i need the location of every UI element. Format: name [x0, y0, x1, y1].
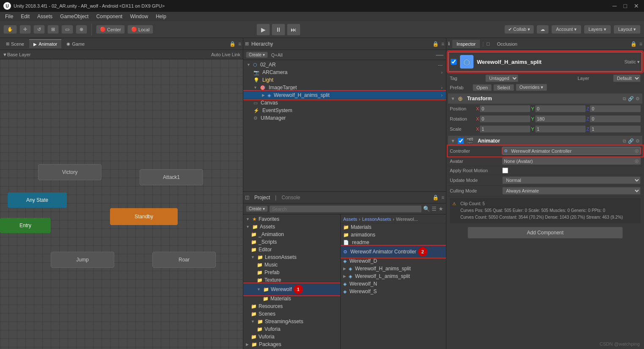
project-tab-active[interactable]: Project: [252, 195, 272, 201]
tab-scene[interactable]: ⊞ Scene: [2, 40, 28, 48]
proj-item-editor[interactable]: 📁 Editor: [243, 246, 340, 253]
scale-x-input[interactable]: [480, 126, 530, 132]
animator-link-icon[interactable]: 🔗: [628, 138, 634, 144]
asset-werewolf-h[interactable]: ▶ ◈ Werewolf_H_anims_split: [341, 265, 446, 272]
hier-item-imagetarget[interactable]: ▼ 🎯 ImageTarget ›: [243, 84, 446, 91]
proj-item-favorites[interactable]: ▼ ★ Favorites: [243, 215, 340, 223]
object-active-checkbox[interactable]: [451, 59, 457, 65]
transform-copy-icon[interactable]: ⧉: [623, 96, 626, 102]
menu-window[interactable]: Window: [127, 13, 151, 20]
project-lock-icon[interactable]: 🔒: [432, 195, 439, 201]
filter-icon[interactable]: ☰: [432, 206, 437, 212]
proj-item-packages[interactable]: ▶ 📁 Packages: [243, 341, 340, 348]
cloud-button[interactable]: ☁: [537, 25, 549, 34]
asset-readme[interactable]: 📄 readme: [341, 239, 446, 246]
window-controls[interactable]: ─ □ ✕: [611, 3, 641, 9]
proj-item-streamingassets[interactable]: ▼ 📁 StreamingAssets: [243, 318, 340, 325]
search-icon[interactable]: 🔍: [423, 206, 430, 212]
asset-werewolf-n[interactable]: ◈ Werewolf_N: [341, 280, 446, 288]
move-tool-button[interactable]: ✛: [19, 25, 31, 34]
menu-gameobject[interactable]: GameObject: [57, 13, 92, 20]
overrides-button[interactable]: Overrides ▾: [516, 84, 548, 91]
inspector-lock-icon[interactable]: 🔒: [630, 41, 637, 47]
proj-item-assets[interactable]: ▼ 📁 Assets: [243, 223, 340, 231]
rot-y-input[interactable]: [535, 115, 586, 122]
tab-animator[interactable]: ▶ Animator: [29, 39, 61, 48]
hierarchy-lock-icon[interactable]: 🔒: [432, 41, 439, 47]
open-prefab-button[interactable]: Open: [473, 84, 492, 91]
tag-dropdown[interactable]: Untagged: [485, 74, 518, 82]
asset-animations[interactable]: 📁 animations: [341, 231, 446, 239]
select-prefab-button[interactable]: Select: [493, 84, 514, 91]
jump-node[interactable]: Jump: [51, 252, 114, 268]
rect-tool-button[interactable]: ▭: [61, 25, 73, 34]
menu-edit[interactable]: Edit: [17, 13, 33, 20]
scale-z-input[interactable]: [590, 126, 641, 132]
standby-node[interactable]: Standby: [110, 208, 178, 225]
static-label[interactable]: Static ▾: [624, 59, 640, 65]
hierarchy-create-button[interactable]: Create ▾: [246, 52, 268, 58]
proj-item-animation[interactable]: 📁 _Animation: [243, 231, 340, 238]
proj-item-texture[interactable]: 📁 Texture: [243, 276, 340, 284]
proj-item-vuforia[interactable]: 📁 Vuforia: [243, 333, 340, 341]
transform-tool-button[interactable]: ⊕: [76, 25, 87, 34]
roar-node[interactable]: Roar: [152, 252, 216, 268]
hierarchy-menu-icon[interactable]: ≡: [441, 41, 444, 47]
hierarchy-lock-btn[interactable]: —: [436, 50, 443, 59]
menu-assets[interactable]: Assets: [34, 13, 56, 20]
layers-button[interactable]: Layers ▾: [584, 25, 611, 34]
root-motion-checkbox[interactable]: [502, 168, 508, 173]
center-button[interactable]: 🔴 Center: [96, 25, 125, 34]
scale-y-input[interactable]: [535, 126, 586, 132]
asset-animator-controller[interactable]: ⚙ Werewolf Animator Controller 2: [341, 246, 446, 257]
attack1-node[interactable]: Attack1: [140, 169, 203, 185]
hierarchy-search-label[interactable]: Q+All: [271, 52, 283, 58]
menu-help[interactable]: Help: [152, 13, 170, 20]
layer-dropdown[interactable]: Default: [613, 74, 641, 82]
hier-item-werewolf[interactable]: ▶ ◈ Werewolf_H_anims_split ›: [243, 91, 446, 99]
tab-game[interactable]: ◉ Game: [62, 40, 89, 48]
menu-file[interactable]: File: [2, 13, 17, 20]
pos-y-input[interactable]: [535, 105, 586, 112]
pos-x-input[interactable]: [480, 105, 530, 112]
tab-occlusion[interactable]: Occlusion: [493, 40, 521, 48]
local-button[interactable]: 🔴 Local: [127, 25, 153, 34]
asset-materials[interactable]: 📁 Materials: [341, 223, 446, 231]
asset-werewolf-s[interactable]: ◈ Werewolf_S: [341, 288, 446, 295]
rotate-tool-button[interactable]: ↺: [33, 25, 45, 34]
hier-item-arcamera[interactable]: 📷 ARCamera ›: [243, 69, 446, 76]
animator-gear-icon[interactable]: ⚙: [636, 138, 640, 144]
layout-button[interactable]: Layout ▾: [614, 25, 641, 34]
proj-item-prefab[interactable]: 📁 Prefab: [243, 269, 340, 276]
asset-werewolf-l[interactable]: ▶ ◈ Werewolf_L_anims_split: [341, 272, 446, 280]
tab-inspector[interactable]: Inspector: [452, 40, 480, 48]
any-state-node[interactable]: Any State: [8, 192, 67, 208]
console-tab[interactable]: Console: [279, 195, 303, 201]
proj-item-materials-w[interactable]: 📁 Materials: [243, 295, 340, 302]
proj-item-resources[interactable]: 📁 Resources: [243, 302, 340, 310]
animator-section-header[interactable]: ▼ 🎬 Animator ⧉ 🔗 ⚙: [448, 136, 642, 146]
hier-item-uimanager[interactable]: ⚙ UIManager: [243, 114, 446, 122]
pos-z-input[interactable]: [590, 105, 641, 112]
proj-item-lessonassets[interactable]: ▼ 📁 LessonAssets: [243, 253, 340, 261]
entry-node[interactable]: Entry: [0, 218, 51, 233]
proj-item-werewolf[interactable]: ▼ 📁 Werewolf 1: [243, 284, 340, 295]
hand-tool-button[interactable]: ✋: [3, 25, 17, 34]
victory-node[interactable]: Victory: [38, 164, 102, 180]
breadcrumb-assets[interactable]: Assets: [343, 217, 357, 222]
hier-item-light[interactable]: 💡 Light: [243, 76, 446, 84]
project-create-button[interactable]: Create ▾: [246, 206, 268, 212]
minimize-button[interactable]: ─: [611, 3, 619, 9]
transform-gear-icon[interactable]: ⚙: [636, 96, 640, 102]
inspector-menu-icon[interactable]: ≡: [639, 41, 642, 47]
collab-button[interactable]: ✔ Collab ▾: [504, 25, 534, 34]
play-button[interactable]: ▶: [256, 24, 270, 36]
scale-tool-button[interactable]: ⊞: [47, 25, 59, 34]
update-mode-dropdown[interactable]: Normal: [502, 176, 641, 184]
transform-link-icon[interactable]: 🔗: [628, 96, 634, 102]
step-button[interactable]: ⏭: [287, 24, 300, 36]
restore-button[interactable]: □: [622, 3, 629, 9]
breadcrumb-lessonassets[interactable]: LessonAssets: [362, 217, 391, 222]
asset-werewolf-d[interactable]: ◈ Werewolf_D: [341, 257, 446, 265]
animator-canvas[interactable]: Victory Attack1 Any State Entry Standby …: [0, 59, 243, 349]
